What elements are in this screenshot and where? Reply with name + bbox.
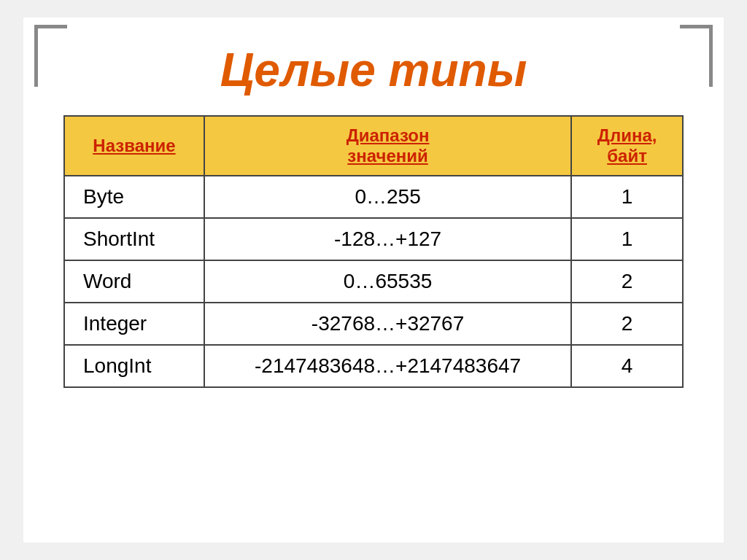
table-row: ShortInt-128…+1271 <box>64 218 683 260</box>
cell-type-name: Byte <box>64 176 204 218</box>
cell-range: 0…65535 <box>204 260 571 303</box>
cell-size: 2 <box>571 260 683 303</box>
cell-range: 0…255 <box>204 176 571 218</box>
cell-size: 1 <box>571 176 683 218</box>
header-name: Название <box>64 116 204 176</box>
table-header-row: Название Диапазонзначений Длина,байт <box>64 116 683 176</box>
cell-type-name: LongInt <box>64 345 204 387</box>
header-size: Длина,байт <box>571 116 683 176</box>
data-table: Название Диапазонзначений Длина,байт Byt… <box>63 115 684 388</box>
page-title: Целые типы <box>220 43 527 97</box>
cell-size: 4 <box>571 345 683 387</box>
cell-size: 1 <box>571 218 683 260</box>
header-range: Диапазонзначений <box>204 116 571 176</box>
table-row: LongInt-2147483648…+21474836474 <box>64 345 683 387</box>
cell-type-name: Integer <box>64 303 204 345</box>
table-row: Word0…655352 <box>64 260 683 303</box>
cell-range: -128…+127 <box>204 218 571 260</box>
table-row: Integer-32768…+327672 <box>64 303 683 345</box>
cell-type-name: Word <box>64 260 204 303</box>
cell-range: -2147483648…+2147483647 <box>204 345 571 387</box>
cell-range: -32768…+32767 <box>204 303 571 345</box>
slide-container: Целые типы Название Диапазонзначений Дли… <box>23 18 724 542</box>
cell-size: 2 <box>571 303 683 345</box>
table-row: Byte0…2551 <box>64 176 683 218</box>
cell-type-name: ShortInt <box>64 218 204 260</box>
